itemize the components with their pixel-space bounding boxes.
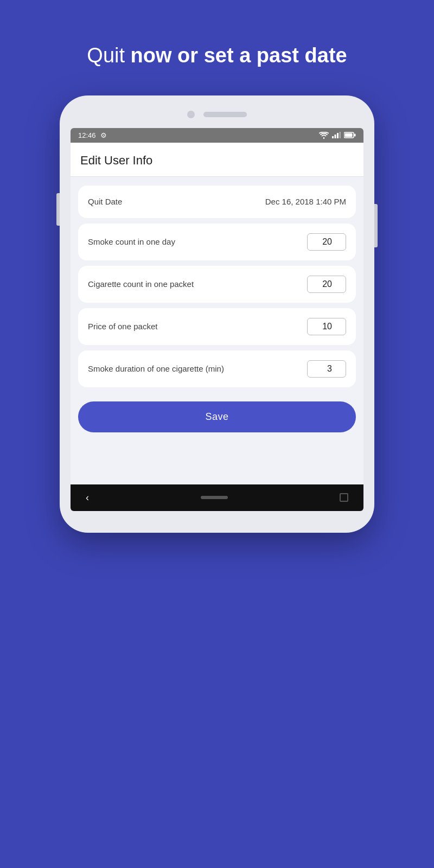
cigarette-count-label: Cigarette count in one packet [88, 279, 307, 289]
status-bar: 12:46 ⚙ [71, 128, 363, 143]
wifi-icon [319, 132, 329, 139]
side-button-left [56, 193, 60, 226]
gear-icon: ⚙ [100, 131, 107, 139]
status-bar-right [319, 132, 356, 139]
phone-camera [187, 111, 195, 118]
headline-bold: now or set a past date [131, 44, 347, 67]
app-title: Edit User Info [80, 154, 354, 168]
svg-rect-3 [337, 133, 339, 138]
save-button-wrap: Save [71, 396, 363, 441]
back-icon[interactable]: ‹ [86, 492, 89, 503]
status-time: 12:46 [78, 131, 96, 139]
battery-icon [344, 132, 356, 138]
svg-rect-4 [340, 132, 341, 138]
smoke-count-row: Smoke count in one day [78, 224, 356, 260]
price-row: Price of one packet [78, 308, 356, 345]
svg-rect-1 [332, 136, 334, 138]
duration-label: Smoke duration of one cigarette (min) [88, 364, 307, 373]
quit-date-value: Dec 16, 2018 1:40 PM [265, 197, 346, 206]
phone-top-bar [71, 106, 363, 123]
svg-rect-6 [345, 133, 353, 137]
svg-rect-7 [354, 134, 356, 137]
duration-input[interactable] [307, 360, 346, 378]
svg-point-0 [323, 137, 324, 138]
smoke-count-input[interactable] [307, 233, 346, 251]
content-spacer [71, 441, 363, 484]
signal-icon [332, 132, 341, 138]
svg-rect-2 [335, 135, 336, 138]
phone-bottom [71, 511, 363, 522]
recents-icon[interactable] [340, 493, 348, 502]
app-content: Edit User Info Quit Date Dec 16, 2018 1:… [71, 143, 363, 484]
phone-shell: 12:46 ⚙ [60, 95, 374, 533]
price-label: Price of one packet [88, 322, 307, 331]
quit-date-row: Quit Date Dec 16, 2018 1:40 PM [78, 186, 356, 218]
smoke-count-label: Smoke count in one day [88, 237, 307, 246]
home-pill[interactable] [201, 496, 228, 499]
price-input[interactable] [307, 318, 346, 335]
app-title-bar: Edit User Info [71, 143, 363, 177]
cigarette-count-row: Cigarette count in one packet [78, 266, 356, 303]
phone-speaker [203, 112, 247, 117]
side-button-right [374, 204, 378, 247]
phone-screen: 12:46 ⚙ [71, 128, 363, 511]
duration-row: Smoke duration of one cigarette (min) [78, 350, 356, 387]
save-button[interactable]: Save [78, 401, 356, 432]
form-area: Quit Date Dec 16, 2018 1:40 PM Smoke cou… [71, 177, 363, 396]
status-bar-left: 12:46 ⚙ [78, 131, 107, 139]
cigarette-count-input[interactable] [307, 276, 346, 293]
nav-bar: ‹ [71, 484, 363, 511]
headline-part1: Quit [87, 44, 130, 67]
headline-text: Quit now or set a past date [65, 43, 368, 68]
quit-date-label: Quit Date [88, 197, 265, 206]
